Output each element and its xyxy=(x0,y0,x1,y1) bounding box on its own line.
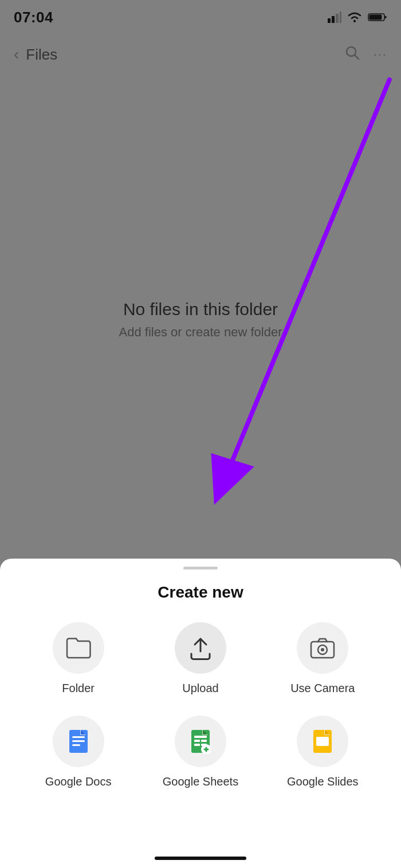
upload-icon xyxy=(189,635,212,661)
svg-rect-16 xyxy=(72,736,85,738)
svg-rect-29 xyxy=(316,737,329,746)
camera-icon xyxy=(310,637,335,659)
upload-icon-circle xyxy=(175,622,226,674)
camera-icon-circle xyxy=(297,622,348,674)
status-time: 07:04 xyxy=(14,9,53,26)
google-sheets-option[interactable]: Google Sheets xyxy=(155,716,246,788)
svg-point-4 xyxy=(353,20,356,22)
svg-rect-1 xyxy=(332,16,335,23)
google-docs-icon xyxy=(68,729,89,754)
search-icon[interactable] xyxy=(345,45,360,64)
nav-title: Files xyxy=(26,46,57,64)
status-bar: 07:04 xyxy=(0,0,401,34)
google-slides-label: Google Slides xyxy=(287,775,359,788)
svg-rect-22 xyxy=(201,740,207,742)
svg-point-14 xyxy=(321,648,324,651)
google-sheets-label: Google Sheets xyxy=(163,775,238,788)
sheet-handle xyxy=(183,567,218,569)
use-camera-option[interactable]: Use Camera xyxy=(277,622,368,695)
upload-label: Upload xyxy=(182,682,218,695)
more-icon[interactable]: ··· xyxy=(374,47,387,62)
empty-subtitle: Add files or create new folder xyxy=(119,325,282,340)
back-button[interactable]: ‹ xyxy=(14,45,19,64)
google-slides-icon xyxy=(312,729,333,754)
google-docs-icon-circle xyxy=(53,716,104,767)
folder-option[interactable]: Folder xyxy=(33,622,124,695)
svg-rect-27 xyxy=(205,747,207,752)
svg-rect-21 xyxy=(194,740,200,742)
wifi-icon xyxy=(347,11,362,23)
svg-rect-0 xyxy=(328,18,331,23)
svg-rect-17 xyxy=(72,740,85,742)
google-docs-option[interactable]: Google Docs xyxy=(33,716,124,788)
upload-option[interactable]: Upload xyxy=(155,622,246,695)
battery-icon xyxy=(368,12,387,22)
folder-label: Folder xyxy=(62,682,95,695)
main-area: No files in this folder Add files or cre… xyxy=(0,74,401,564)
status-icons xyxy=(328,11,387,23)
folder-icon xyxy=(66,637,91,659)
home-indicator xyxy=(155,857,246,860)
google-sheets-icon-circle xyxy=(175,716,226,767)
svg-rect-23 xyxy=(194,744,200,746)
nav-bar: ‹ Files ··· xyxy=(0,34,401,74)
svg-rect-3 xyxy=(340,11,341,23)
nav-left: ‹ Files xyxy=(14,45,57,64)
svg-rect-6 xyxy=(369,15,382,20)
create-options-row2: Google Docs Go xyxy=(17,716,384,788)
create-options-row1: Folder Upload U xyxy=(17,622,384,695)
folder-icon-circle xyxy=(53,622,104,674)
nav-right: ··· xyxy=(345,45,387,64)
svg-line-9 xyxy=(355,55,359,59)
google-docs-label: Google Docs xyxy=(45,775,112,788)
svg-rect-18 xyxy=(72,744,80,746)
google-sheets-icon xyxy=(190,729,211,754)
sheet-title: Create new xyxy=(17,583,384,602)
empty-title: No files in this folder xyxy=(123,300,278,319)
google-slides-icon-circle xyxy=(297,716,348,767)
google-slides-option[interactable]: Google Slides xyxy=(277,716,368,788)
signal-icon xyxy=(328,11,341,23)
svg-rect-20 xyxy=(194,736,207,738)
use-camera-label: Use Camera xyxy=(290,682,355,695)
bottom-sheet: Create new Folder Upload xyxy=(0,559,401,868)
svg-rect-7 xyxy=(385,16,387,18)
svg-rect-2 xyxy=(336,14,339,23)
